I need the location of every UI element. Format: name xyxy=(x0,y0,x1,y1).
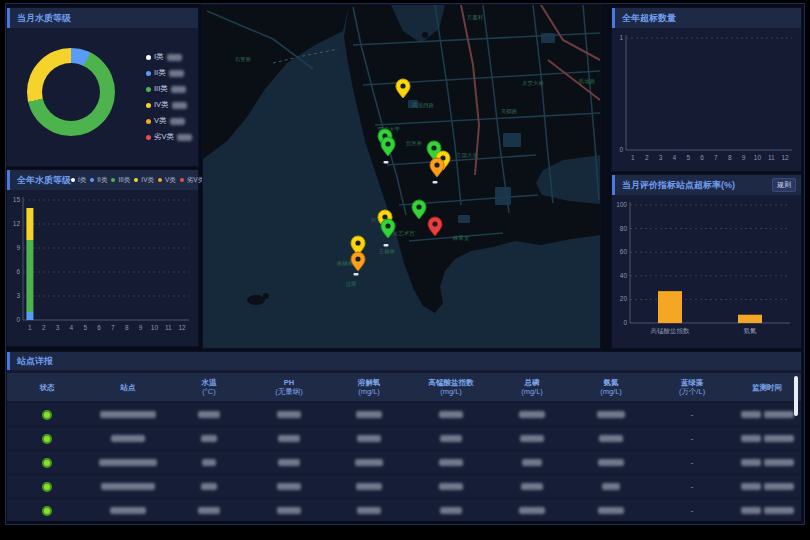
legend-item[interactable]: I类 xyxy=(71,170,86,190)
legend-dot xyxy=(146,55,151,60)
value-redacted xyxy=(277,411,301,418)
column-header: 水温(°C) xyxy=(169,373,249,401)
svg-text:5: 5 xyxy=(83,324,87,331)
legend-item[interactable]: 劣V类 xyxy=(180,170,204,190)
algae-value: - xyxy=(691,434,694,443)
rule-button[interactable]: 规则 xyxy=(772,178,796,192)
value-redacted xyxy=(357,507,381,514)
monitor-time-redacted xyxy=(764,507,794,514)
value-redacted xyxy=(597,411,625,418)
value-redacted xyxy=(521,483,543,490)
legend-item[interactable]: V类 xyxy=(158,170,176,190)
legend-label: IV类 xyxy=(154,100,169,110)
value-redacted xyxy=(440,507,462,514)
legend-item[interactable]: III类 xyxy=(111,170,130,190)
panel-quality-year: 全年水质等级 I类II类III类IV类V类劣V类 036912151234567… xyxy=(7,170,198,346)
svg-text:10: 10 xyxy=(151,324,159,331)
svg-text:4: 4 xyxy=(673,154,677,161)
svg-text:9: 9 xyxy=(139,324,143,331)
exceed-year-chart: 01123456789101112 xyxy=(612,28,801,168)
panel-quality-year-header: 全年水质等级 I类II类III类IV类V类劣V类 xyxy=(7,170,198,190)
svg-text:80: 80 xyxy=(620,225,628,232)
panel-quality-month-title: 当月水质等级 xyxy=(17,8,71,28)
svg-text:石疍桥: 石疍桥 xyxy=(235,56,252,63)
legend-dot xyxy=(146,119,151,124)
legend-item[interactable]: II类 xyxy=(90,170,107,190)
value-redacted xyxy=(357,435,381,442)
svg-text:立国大道: 立国大道 xyxy=(456,152,479,159)
status-dot-normal xyxy=(42,410,52,420)
map-svg: 石疍桥五星村天安大桥机场路吴都路高浪西路暨南大学北区桥立国大道叶春文化艺术宫薛家… xyxy=(203,5,600,348)
table-body: ----- xyxy=(7,404,801,521)
donut-chart xyxy=(27,48,115,136)
column-header: 状态 xyxy=(7,373,87,401)
column-header: 监测时间 xyxy=(733,373,801,401)
legend-value-redacted xyxy=(177,134,192,141)
status-dot-normal xyxy=(42,482,52,492)
monitor-date-redacted xyxy=(741,411,761,418)
legend-item[interactable]: III类 xyxy=(146,84,192,94)
svg-text:3: 3 xyxy=(16,292,20,299)
table-row[interactable]: - xyxy=(7,404,801,425)
table-scrollbar[interactable] xyxy=(794,376,798,416)
legend-dot xyxy=(158,178,162,182)
svg-text:6: 6 xyxy=(700,154,704,161)
legend-label: I类 xyxy=(154,52,164,62)
value-redacted xyxy=(439,459,463,466)
status-dot-normal xyxy=(42,458,52,468)
column-header: 总磷(mg/L) xyxy=(493,373,571,401)
monitor-date-redacted xyxy=(741,507,761,514)
legend-value-redacted xyxy=(172,102,187,109)
quality-year-legend: I类II类III类IV类V类劣V类 xyxy=(71,170,208,190)
legend-dot xyxy=(146,87,151,92)
map-container[interactable]: 石疍桥五星村天安大桥机场路吴都路高浪西路暨南大学北区桥立国大道叶春文化艺术宫薛家… xyxy=(203,5,600,348)
dashboard: 当月水质等级 I类II类III类IV类V类劣V类 全年水质等级 I类II类III… xyxy=(0,0,810,540)
table-column-headers: 状态站点水温(°C)PH(无量纲)溶解氧(mg/L)高锰酸盐指数(mg/L)总磷… xyxy=(7,373,801,401)
value-redacted xyxy=(599,435,623,442)
value-redacted xyxy=(602,483,620,490)
station-name-redacted xyxy=(101,483,155,490)
value-redacted xyxy=(201,483,217,490)
panel-exceed-rate: 当月评价指标站点超标率(%) 规则 020406080100高锰酸盐指数氨氮 xyxy=(612,175,801,348)
svg-text:吴都路: 吴都路 xyxy=(501,108,518,115)
station-table-title: 站点详报 xyxy=(17,352,53,370)
svg-text:3: 3 xyxy=(56,324,60,331)
table-row[interactable]: - xyxy=(7,452,801,473)
legend-value-redacted xyxy=(170,118,185,125)
legend-item[interactable]: IV类 xyxy=(134,170,154,190)
svg-text:机场路: 机场路 xyxy=(579,78,596,85)
legend-label: II类 xyxy=(97,170,107,190)
panel-exceed-year: 全年超标数量 01123456789101112 xyxy=(612,8,801,171)
table-row[interactable]: - xyxy=(7,500,801,521)
legend-item[interactable]: II类 xyxy=(146,68,192,78)
legend-item[interactable]: 劣V类 xyxy=(146,132,192,142)
value-redacted xyxy=(201,435,217,442)
value-redacted xyxy=(356,483,382,490)
monitor-time-redacted xyxy=(764,483,794,490)
monitor-time-redacted xyxy=(764,459,794,466)
svg-text:5: 5 xyxy=(686,154,690,161)
svg-text:100: 100 xyxy=(616,201,627,208)
table-row[interactable]: - xyxy=(7,476,801,497)
algae-value: - xyxy=(691,506,694,515)
value-redacted xyxy=(519,507,545,514)
legend-value-redacted xyxy=(167,54,182,61)
legend-item[interactable]: V类 xyxy=(146,116,192,126)
station-table-header: 站点详报 xyxy=(7,352,801,370)
value-redacted xyxy=(202,459,216,466)
svg-text:高浪西路: 高浪西路 xyxy=(412,102,435,109)
svg-text:五星村: 五星村 xyxy=(467,14,484,21)
legend-item[interactable]: I类 xyxy=(146,52,192,62)
value-redacted xyxy=(519,411,545,418)
status-dot-normal xyxy=(42,506,52,516)
legend-item[interactable]: IV类 xyxy=(146,100,192,110)
column-header: 蓝绿藻(万个/L) xyxy=(651,373,733,401)
legend-label: 劣V类 xyxy=(154,132,174,142)
value-redacted xyxy=(277,507,301,514)
svg-text:1: 1 xyxy=(619,34,623,41)
panel-quality-year-title: 全年水质等级 xyxy=(17,170,71,190)
svg-text:60: 60 xyxy=(620,248,628,255)
svg-text:0: 0 xyxy=(623,319,627,326)
table-row[interactable]: - xyxy=(7,428,801,449)
value-redacted xyxy=(520,435,544,442)
